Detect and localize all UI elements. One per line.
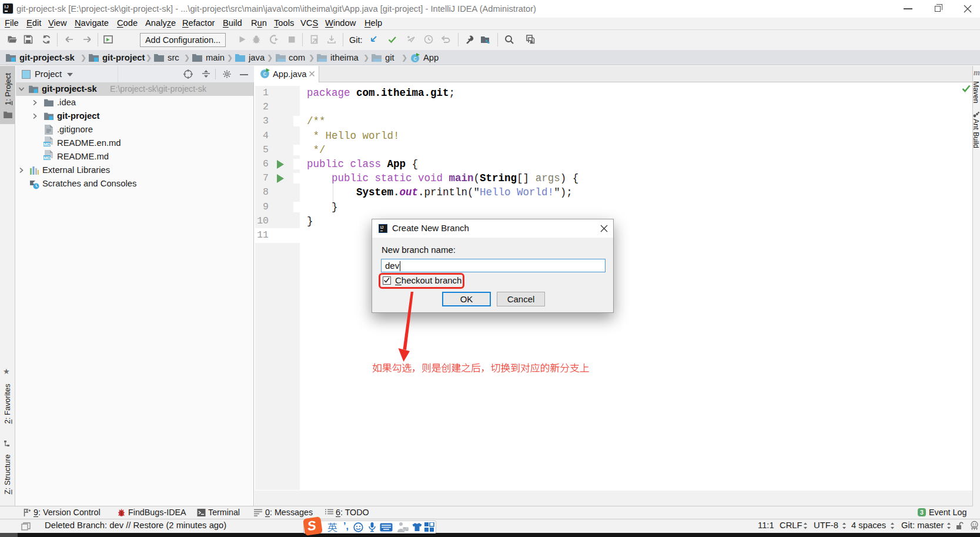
svg-text:MD: MD bbox=[44, 155, 51, 161]
svg-text:MD: MD bbox=[44, 142, 51, 147]
svg-text:TU: TU bbox=[403, 527, 409, 531]
svg-text:c: c bbox=[414, 55, 417, 62]
